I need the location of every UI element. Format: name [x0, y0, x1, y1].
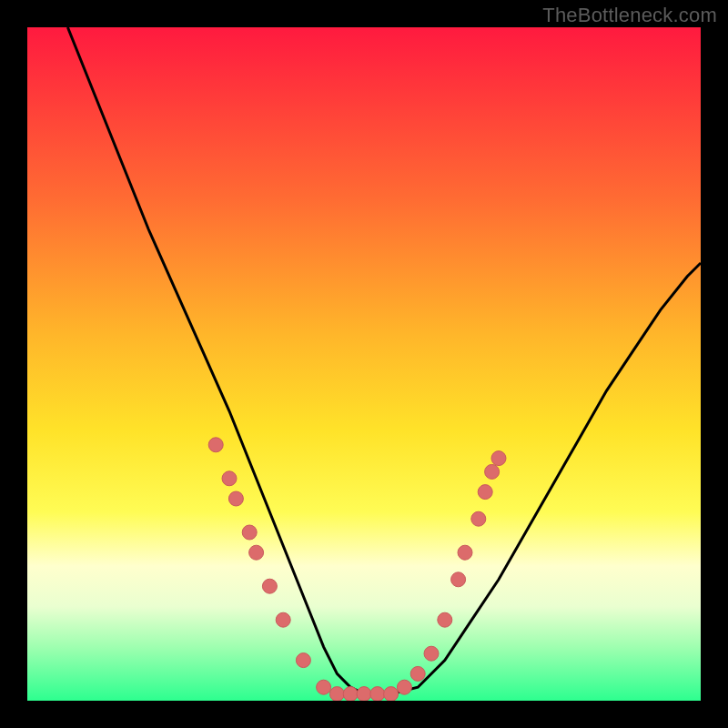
data-marker — [317, 680, 331, 694]
data-marker — [228, 491, 243, 506]
data-marker — [451, 572, 466, 587]
data-marker — [343, 687, 358, 701]
plot-area — [27, 27, 701, 701]
data-marker — [397, 680, 411, 694]
data-marker — [276, 612, 290, 627]
markers-group — [208, 438, 506, 701]
data-marker — [249, 545, 264, 560]
data-marker — [478, 485, 492, 500]
data-marker — [262, 579, 277, 593]
watermark-label: TheBottleneck.com — [542, 4, 717, 27]
data-marker — [242, 525, 257, 540]
data-marker — [485, 464, 500, 479]
chart-svg — [27, 27, 701, 701]
data-marker — [370, 687, 385, 701]
data-marker — [471, 511, 486, 526]
data-marker — [384, 687, 399, 701]
data-marker — [329, 687, 344, 701]
data-marker — [424, 646, 439, 661]
data-marker — [208, 438, 223, 452]
chart-frame: TheBottleneck.com — [0, 0, 728, 728]
data-marker — [491, 451, 506, 466]
data-marker — [438, 612, 452, 627]
data-marker — [458, 545, 472, 560]
bottleneck-curve-path — [67, 27, 701, 694]
data-marker — [357, 687, 371, 701]
data-marker — [222, 471, 237, 486]
data-marker — [410, 666, 425, 681]
data-marker — [296, 653, 310, 668]
